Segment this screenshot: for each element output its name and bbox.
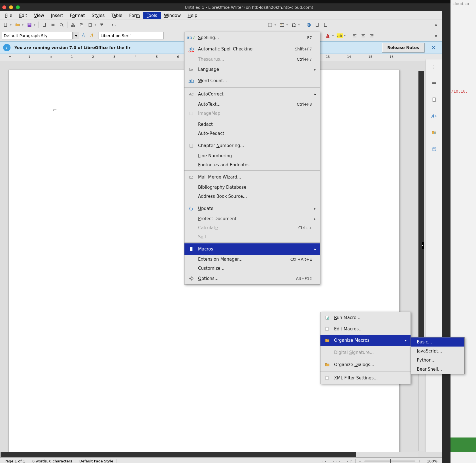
menu-footnotes[interactable]: Footnotes and Endnotes... <box>184 160 320 169</box>
image-dropdown[interactable]: ▾ <box>286 24 289 26</box>
table-dropdown[interactable]: ▾ <box>275 24 277 26</box>
release-notes-button[interactable]: Release Notes <box>382 43 425 52</box>
menu-form[interactable]: Form <box>126 12 143 19</box>
zoom-out-button[interactable]: − <box>357 459 363 463</box>
menu-extension-manager[interactable]: Extension Manager... Ctrl+Alt+E <box>184 255 320 264</box>
align-left-button[interactable] <box>351 32 359 40</box>
menu-redact[interactable]: Redact <box>184 120 320 129</box>
menu-customize[interactable]: Customize... <box>184 264 320 273</box>
subsubmenu-beanshell[interactable]: BeanShell... <box>411 365 464 374</box>
status-zoom[interactable]: 100% <box>424 459 440 463</box>
sidebar-gallery-button[interactable] <box>429 128 439 138</box>
font-color-dropdown[interactable]: ▾ <box>332 34 335 37</box>
menu-help[interactable]: Help <box>184 12 201 19</box>
menu-tools[interactable]: Tools <box>143 12 161 19</box>
infobar-close-button[interactable]: ✕ <box>428 43 439 52</box>
clone-format-button[interactable] <box>98 21 106 29</box>
sidebar-styles-button[interactable]: A✎ <box>429 111 439 121</box>
menu-protect-document[interactable]: Protect Document▸ <box>184 214 320 223</box>
font-name-select[interactable]: Liberation Serif <box>99 32 164 39</box>
status-view-single[interactable]: ▭ <box>320 459 329 463</box>
zoom-slider[interactable] <box>364 460 415 462</box>
sidebar-page-button[interactable] <box>429 95 439 105</box>
paste-dropdown[interactable]: ▾ <box>95 24 97 26</box>
status-wordcount[interactable]: 0 words, 0 characters <box>29 459 75 463</box>
maximize-window-button[interactable] <box>16 5 20 9</box>
menu-view[interactable]: View <box>31 12 48 19</box>
align-center-button[interactable] <box>359 32 367 40</box>
open-dropdown[interactable]: ▾ <box>22 24 25 26</box>
submenu-edit-macros[interactable]: Edit Macros... <box>320 323 411 335</box>
menu-window[interactable]: Window <box>161 12 184 19</box>
menu-spelling[interactable]: ab✓ Spelling... F7 <box>184 32 320 43</box>
new-doc-dropdown[interactable]: ▾ <box>10 24 13 26</box>
new-doc-button[interactable] <box>2 21 10 29</box>
menu-format[interactable]: Format <box>67 12 88 19</box>
zoom-in-button[interactable]: + <box>416 459 423 463</box>
bookmark-button[interactable] <box>322 21 330 29</box>
submenu-run-macro[interactable]: Run Macro... <box>320 312 411 323</box>
status-view-book[interactable]: ▭▯ <box>344 459 356 463</box>
export-pdf-button[interactable] <box>41 21 48 29</box>
menu-insert[interactable]: Insert <box>48 12 67 19</box>
special-char-dropdown[interactable]: ▾ <box>298 24 301 26</box>
subsubmenu-basic[interactable]: Basic... <box>411 337 464 347</box>
update-style-button[interactable]: A <box>79 32 87 40</box>
undo-button[interactable] <box>110 21 118 29</box>
hscroll-thumb[interactable] <box>1 452 356 457</box>
align-right-button[interactable] <box>368 32 376 40</box>
status-view-multi[interactable]: ▭▭ <box>330 459 343 463</box>
menu-bibliography[interactable]: Bibliography Database <box>184 183 320 192</box>
open-button[interactable] <box>14 21 22 29</box>
print-preview-button[interactable] <box>58 21 65 29</box>
insert-image-button[interactable] <box>278 21 286 29</box>
sidebar-collapse-handle[interactable]: ▸ <box>422 242 424 249</box>
menu-mail-merge[interactable]: Mail Merge Wizard... <box>184 171 320 183</box>
print-button[interactable] <box>49 21 57 29</box>
footnote-button[interactable] <box>313 21 321 29</box>
paste-button[interactable] <box>86 21 94 29</box>
menu-autoredact[interactable]: Auto-Redact <box>184 129 320 138</box>
menu-autotext[interactable]: AutoText... Ctrl+F3 <box>184 100 320 109</box>
close-window-button[interactable] <box>2 5 6 9</box>
menu-table[interactable]: Table <box>108 12 126 19</box>
vertical-scrollbar[interactable]: ▸ <box>418 71 424 451</box>
paragraph-style-caret[interactable]: ▾ <box>73 32 79 39</box>
menu-address-book[interactable]: Address Book Source... <box>184 192 320 201</box>
menu-autocorrect[interactable]: Aa AutoCorrect ▸ <box>184 88 320 100</box>
highlight-color-button[interactable]: ab <box>336 32 344 40</box>
menu-file[interactable]: File <box>2 12 16 19</box>
subsubmenu-python[interactable]: Python... <box>411 356 464 365</box>
insert-special-char-button[interactable]: Ω <box>290 21 298 29</box>
submenu-xml-filter[interactable]: XML Filter Settings... <box>320 372 411 384</box>
toolbar-overflow[interactable]: » <box>432 21 440 29</box>
cut-button[interactable] <box>69 21 77 29</box>
save-button[interactable] <box>26 21 33 29</box>
sidebar-properties-button[interactable] <box>429 78 439 88</box>
font-color-button[interactable]: A <box>324 32 332 40</box>
submenu-organize-dialogs[interactable]: Organize Dialogs... <box>320 359 411 370</box>
menu-edit[interactable]: Edit <box>16 12 31 19</box>
subsubmenu-javascript[interactable]: JavaScript... <box>411 347 464 356</box>
menu-update[interactable]: Update▸ <box>184 203 320 214</box>
menu-language[interactable]: 文A Language ▸ <box>184 64 320 75</box>
menu-styles[interactable]: Styles <box>88 12 108 19</box>
format-toolbar-overflow[interactable]: » <box>432 32 440 40</box>
insert-table-button[interactable] <box>266 21 274 29</box>
new-style-button[interactable]: A <box>88 32 96 40</box>
copy-button[interactable] <box>78 21 86 29</box>
menu-wordcount[interactable]: ab Word Count... <box>184 75 320 86</box>
menu-options[interactable]: Options... Alt+F12 <box>184 273 320 284</box>
menu-auto-spellcheck[interactable]: ab Automatic Spell Checking Shift+F7 <box>184 43 320 55</box>
sidebar-navigator-button[interactable] <box>429 144 439 154</box>
highlight-color-dropdown[interactable]: ▾ <box>344 34 347 37</box>
vscroll-thumb[interactable] <box>418 71 424 337</box>
horizontal-scrollbar[interactable] <box>0 452 418 457</box>
minimize-window-button[interactable] <box>9 5 13 9</box>
submenu-organize-macros[interactable]: Organize Macros▸ <box>320 335 411 346</box>
sidebar-settings-button[interactable]: ⋮ <box>429 62 439 72</box>
status-page[interactable]: Page 1 of 1 <box>2 459 28 463</box>
menu-line-numbering[interactable]: Line Numbering... <box>184 151 320 160</box>
menu-macros[interactable]: Macros▸ <box>184 243 320 255</box>
save-dropdown[interactable]: ▾ <box>34 24 37 26</box>
